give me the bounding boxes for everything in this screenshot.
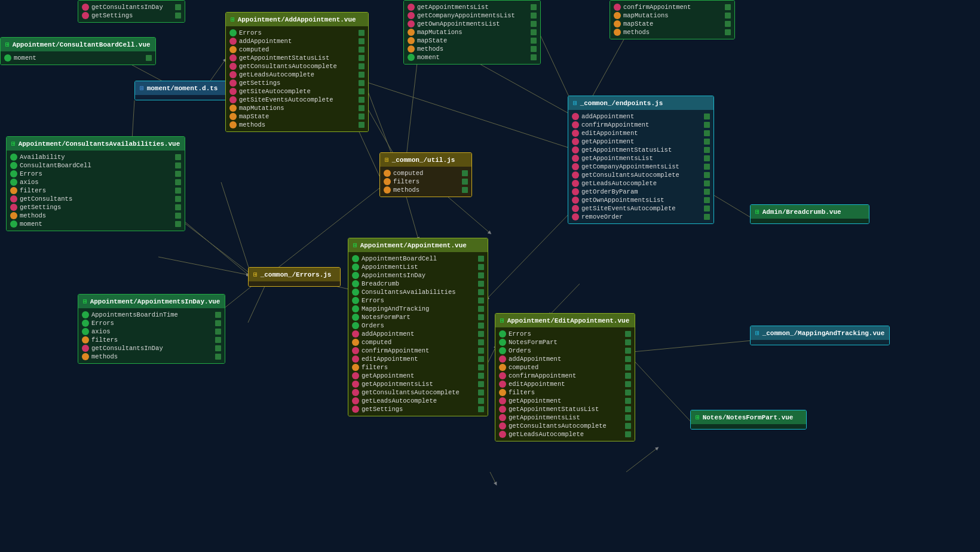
port-editappt-appt <box>478 356 484 362</box>
node-body-errors <box>249 281 340 286</box>
node-body-mapping <box>751 340 889 345</box>
port-getappt-ep <box>704 139 710 145</box>
ic-getapptstat-edit <box>499 406 506 413</box>
row-moment: moment <box>1 54 155 62</box>
node-header-mapping: ⊞ _common_/MappingAndTracking.vue <box>751 326 889 340</box>
node-top-center[interactable]: getAppointmentsList getCompanyAppointmen… <box>403 0 541 65</box>
node-appts-in-day[interactable]: ⊞ Appointment/AppointmentsInDay.vue Appo… <box>78 294 225 364</box>
ic-moment-avail <box>10 220 17 228</box>
port-errors-edit <box>625 331 631 337</box>
ic-notesformpart-edit <box>499 339 506 346</box>
ic-mappingtracking <box>352 305 359 312</box>
vue-icon-admin: ⊞ <box>755 208 760 216</box>
node-top-right[interactable]: confirmAppointment mapMutations mapState… <box>610 0 735 39</box>
port-addappt-edit <box>625 356 631 362</box>
ic-getconauto-appt <box>352 389 359 396</box>
ic-addappt-appt <box>352 330 359 338</box>
port-getapptlist-edit <box>625 415 631 421</box>
port-getconsultinday <box>215 345 221 351</box>
node-notes-form-part[interactable]: ⊞ Notes/NotesFormPart.vue <box>690 410 807 430</box>
port-methods-aid <box>215 354 221 360</box>
ic-cbc <box>10 162 17 169</box>
ic-errors-avail <box>10 170 17 177</box>
node-consultant-board-cell[interactable]: ⊞ Appointment/ConsultantBoardCell.vue mo… <box>0 37 156 65</box>
svg-line-23 <box>550 284 580 315</box>
node-body-add-appt: Errors addAppointment computed getAppoin… <box>226 26 368 131</box>
svg-line-4 <box>406 197 418 239</box>
port-confirmappt-tr <box>725 4 731 10</box>
ic-filters-aid <box>82 336 89 344</box>
port-errors-aid <box>215 320 221 326</box>
node-body-moment-ts <box>135 95 238 100</box>
port-getleadsauto-edit <box>625 431 631 437</box>
port-axios-avail <box>175 179 181 185</box>
node-appointment-vue[interactable]: ⊞ Appointment/Appointment.vue Appointmen… <box>348 238 488 416</box>
port-errors-appt <box>478 298 484 303</box>
port-getcompanyappt-ep <box>704 164 710 170</box>
ic-computed-appt <box>352 339 359 346</box>
node-body-appts-in-day: AppointmentsBoardinTime Errors axios fil… <box>78 308 225 363</box>
port-getset-avail <box>175 204 181 210</box>
vue-icon-add: ⊞ <box>231 16 235 23</box>
port-getcompanyappt <box>531 13 537 19</box>
ic-addappt-add <box>229 38 237 45</box>
port-getapptlist-appt <box>478 381 484 387</box>
port-editappt-ep <box>704 130 710 136</box>
vue-icon-notes: ⊞ <box>696 413 700 421</box>
ic-mapmut-add <box>229 105 237 112</box>
ic-apptsinday <box>352 272 359 279</box>
node-add-appointment[interactable]: ⊞ Appointment/AddAppointment.vue Errors … <box>225 12 369 132</box>
ic-confirmappt-edit <box>499 372 506 379</box>
ic-getsettings-top <box>82 12 89 19</box>
port-computed-appt <box>478 339 484 345</box>
ic-getapptlist-edit <box>499 414 506 421</box>
node-body-admin-breadcrumb <box>751 219 869 223</box>
port-axios-aid <box>215 329 221 335</box>
svg-line-29 <box>490 472 496 484</box>
ic-getappt-ep <box>572 138 579 145</box>
ic-orders-appt <box>352 322 359 329</box>
node-top-left-partial[interactable]: getConsultantsInDay getSettings <box>78 0 185 23</box>
port-getapptlist <box>531 4 537 10</box>
ic-avail <box>10 154 17 161</box>
ic-apptboardcell <box>352 255 359 262</box>
node-common-errors[interactable]: ⊞ _common_/Errors.js <box>248 267 341 287</box>
node-moment-ts[interactable]: ⊞ moment/moment.d.ts <box>134 81 239 100</box>
ic-axios-avail <box>10 179 17 186</box>
node-common-util[interactable]: ⊞ _common_/util.js computed filters meth… <box>379 152 472 197</box>
ic-computed-edit <box>499 364 506 371</box>
port-computed-util <box>462 170 468 176</box>
port-addappt-ep <box>704 114 710 119</box>
port-filters-appt <box>478 364 484 370</box>
js-icon-endpoints: ⊞ <box>573 99 577 107</box>
vue-icon-edit: ⊞ <box>500 317 504 324</box>
ic-filters-edit <box>499 389 506 396</box>
svg-line-9 <box>487 209 574 299</box>
node-mapping-tracking[interactable]: ⊞ _common_/MappingAndTracking.vue <box>750 326 890 345</box>
node-consultants-avail[interactable]: ⊞ Appointment/ConsultantsAvailabilities.… <box>6 136 185 231</box>
ic-mapmut-tr <box>614 12 621 19</box>
row-getSettings-top: getSettings <box>78 11 185 20</box>
node-admin-breadcrumb[interactable]: ⊞ Admin/Breadcrumb.vue <box>750 204 869 224</box>
node-header-edit-appt: ⊞ Appointment/EditAppointment.vue <box>495 314 635 327</box>
ic-methods-tr <box>614 29 621 36</box>
ic-getcompanyappt <box>408 12 415 19</box>
node-body-notes <box>691 424 806 429</box>
node-edit-appointment[interactable]: ⊞ Appointment/EditAppointment.vue Errors… <box>495 313 635 441</box>
port-filters-edit <box>625 390 631 395</box>
ic-filters-appt <box>352 364 359 371</box>
ic-axios-aid <box>82 328 89 335</box>
port-breadcrumb <box>478 281 484 287</box>
svg-line-16 <box>158 257 248 275</box>
ic-orders-edit <box>499 347 506 354</box>
port-moment-avail <box>175 221 181 227</box>
svg-line-28 <box>448 197 490 233</box>
ic-filters-util <box>384 178 391 185</box>
port-errors-add <box>359 30 365 36</box>
node-endpoints[interactable]: ⊞ _common_/endpoints.js addAppointment c… <box>568 96 714 224</box>
port-getapptstat-ep <box>704 147 710 153</box>
port-getappt-edit <box>625 398 631 404</box>
node-body-top-right: confirmAppointment mapMutations mapState… <box>610 1 734 39</box>
ic-methods-top <box>408 45 415 53</box>
svg-line-14 <box>626 352 693 424</box>
